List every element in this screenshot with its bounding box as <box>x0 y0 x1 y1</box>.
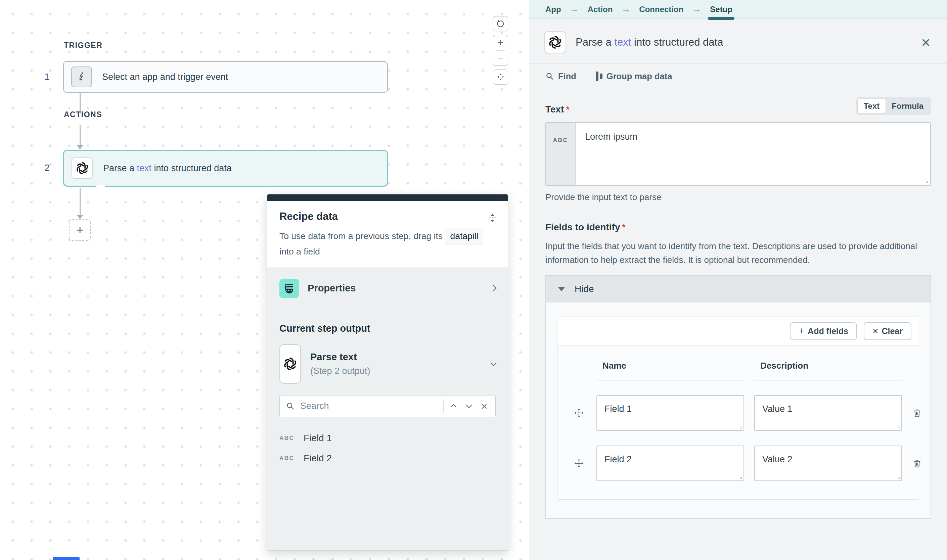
required-asterisk: * <box>566 105 570 114</box>
fields-collapsible-section: Hide +Add fields ×Clear Name Description <box>545 275 931 519</box>
plus-icon: + <box>799 327 805 335</box>
datapill-search: × <box>279 395 496 417</box>
connector-arrow <box>77 145 83 149</box>
wizard-breadcrumb: App Action Connection Setup <box>529 0 947 19</box>
zoom-in-button[interactable]: + <box>493 35 508 50</box>
fields-card: +Add fields ×Clear Name Description <box>557 317 919 500</box>
tab-action[interactable]: Action <box>588 0 613 18</box>
text-formula-toggle: Text Formula <box>856 97 931 115</box>
field-description-input[interactable]: Value 1 <box>754 395 902 431</box>
field-description-input[interactable]: Value 2 <box>754 446 902 481</box>
tab-app[interactable]: App <box>545 0 561 18</box>
text-input[interactable]: Lorem ipsum <box>576 123 930 185</box>
panel-title-row: Parse a text into structured data × <box>529 19 947 53</box>
pan-icon <box>496 72 505 81</box>
trigger-step-card[interactable]: Select an app and trigger event <box>63 61 388 93</box>
properties-label: Properties <box>308 283 491 294</box>
datapill-field1[interactable]: ABC Field 1 <box>279 433 496 443</box>
fit-view-button[interactable] <box>493 69 508 85</box>
required-asterisk: * <box>622 222 625 232</box>
properties-icon <box>279 278 299 298</box>
arrow-right-icon <box>570 4 579 14</box>
recipe-data-body: Properties Current step output P <box>267 268 508 550</box>
step-connector-notch <box>96 185 105 188</box>
field-name-input[interactable]: Field 1 <box>596 395 744 431</box>
recipe-data-panel: Recipe data To use data from a previous … <box>267 194 508 551</box>
close-icon[interactable]: × <box>919 35 932 50</box>
text-field-label: Text* <box>545 104 570 115</box>
openai-icon <box>72 157 93 179</box>
panel-title: Parse a text into structured data <box>576 36 919 48</box>
type-badge: ABC <box>279 435 303 442</box>
move-handle-icon[interactable] <box>571 408 586 418</box>
panel-toolbar: Find Group map data <box>529 64 947 89</box>
chevron-right-icon <box>490 285 496 291</box>
search-next-button[interactable] <box>461 398 477 414</box>
recipe-data-title: Recipe data <box>279 211 496 223</box>
x-icon: × <box>872 327 878 335</box>
zoom-out-button[interactable]: − <box>493 51 508 65</box>
step-output-item[interactable]: Parse text (Step 2 output) <box>279 344 496 384</box>
action-step-title: Parse a text into structured data <box>103 163 232 174</box>
step2-number: 2 <box>38 163 55 173</box>
recipe-data-description: To use data from a previous step, drag i… <box>279 228 496 259</box>
panel-title-link: text <box>614 36 631 48</box>
fields-table-header: Name Description <box>571 356 905 380</box>
fields-table: Name Description <box>557 346 919 499</box>
toggle-text-option[interactable]: Text <box>858 99 886 114</box>
trigger-section-label: TRIGGER <box>64 41 102 50</box>
bottom-edge-widget[interactable] <box>53 557 80 560</box>
type-badge: ABC <box>279 455 303 462</box>
recipe-data-titlebar[interactable] <box>267 194 508 201</box>
move-handle-icon[interactable] <box>571 458 586 469</box>
datapill-chip[interactable]: datapill <box>445 228 483 245</box>
divider <box>443 400 444 413</box>
find-button[interactable]: Find <box>545 72 576 81</box>
recipe-data-header: Recipe data To use data from a previous … <box>267 201 508 268</box>
zoom-button-group: + − <box>493 35 508 66</box>
fields-card-toolbar: +Add fields ×Clear <box>557 317 919 346</box>
data-type-gutter: ABC <box>546 123 576 185</box>
setup-panel: App Action Connection Setup Parse a text… <box>529 0 947 560</box>
step1-number: 1 <box>38 72 55 82</box>
datapill-list: ABC Field 1 ABC Field 2 <box>279 433 496 464</box>
table-row: Field 1 Value 1 <box>571 395 905 431</box>
arrow-right-icon <box>621 4 630 14</box>
table-row: Field 2 Value 2 <box>571 446 905 481</box>
field-name-input[interactable]: Field 2 <box>596 446 744 481</box>
fields-section-description: Input the fields that you want to identi… <box>545 239 931 267</box>
arrow-right-icon <box>692 4 701 14</box>
datapill-field2[interactable]: ABC Field 2 <box>279 453 496 464</box>
canvas-controls: + − <box>493 16 508 85</box>
tab-setup[interactable]: Setup <box>710 0 732 18</box>
group-map-data-button[interactable]: Group map data <box>596 72 672 81</box>
search-prev-button[interactable] <box>446 398 461 414</box>
workflow-canvas[interactable]: TRIGGER 1 Select an app and trigger even… <box>0 0 529 560</box>
tab-connection[interactable]: Connection <box>639 0 684 18</box>
clear-button[interactable]: ×Clear <box>864 322 912 340</box>
clear-search-button[interactable]: × <box>477 398 492 414</box>
collapse-toggle[interactable]: Hide <box>546 275 930 303</box>
search-input[interactable] <box>300 401 441 411</box>
drag-sort-icon[interactable] <box>488 212 497 225</box>
fields-section-body: +Add fields ×Clear Name Description <box>546 303 930 518</box>
collapse-triangle-icon <box>558 287 565 291</box>
properties-item[interactable]: Properties <box>279 278 496 298</box>
setup-form: Text* Text Formula ABC Lorem ipsum Provi… <box>529 89 947 560</box>
search-icon <box>545 72 554 81</box>
column-description: Description <box>754 356 902 380</box>
search-icon <box>286 402 295 411</box>
toggle-formula-option[interactable]: Formula <box>885 99 930 114</box>
text-input-group: ABC Lorem ipsum <box>545 122 931 186</box>
add-fields-button[interactable]: +Add fields <box>790 322 857 340</box>
trash-icon[interactable] <box>912 458 924 469</box>
add-step-button[interactable]: + <box>69 219 91 241</box>
reset-view-button[interactable] <box>493 16 508 31</box>
trash-icon[interactable] <box>912 408 924 418</box>
text-field-helper: Provide the input text to parse <box>545 192 931 202</box>
lightning-icon <box>71 66 92 87</box>
step-title-link: text <box>137 163 152 173</box>
openai-icon <box>279 344 301 384</box>
action-step-card-selected[interactable]: Parse a text into structured data <box>63 150 388 187</box>
step-output-text: Parse text (Step 2 output) <box>310 352 491 376</box>
